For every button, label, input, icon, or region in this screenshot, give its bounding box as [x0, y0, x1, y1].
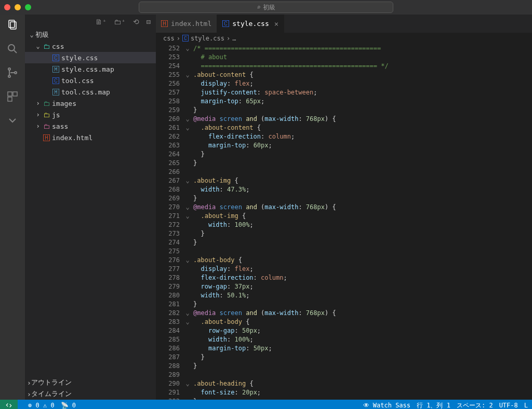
refresh-icon[interactable]: ⟲	[133, 18, 139, 26]
folder-images[interactable]: ›🗀images	[25, 98, 156, 109]
code-line[interactable]: flex-direction: column;	[193, 132, 532, 141]
file-tool-css-map[interactable]: 🄼tool.css.map	[25, 86, 156, 98]
fold-toggle[interactable]: ⌄	[184, 176, 193, 185]
code-line[interactable]: }	[193, 238, 532, 247]
code-line[interactable]: .about-body {	[193, 256, 532, 265]
code-line[interactable]: margin-top: 65px;	[193, 97, 532, 106]
search-activity-icon[interactable]	[6, 43, 19, 57]
html-file-icon: 🄷	[161, 20, 168, 28]
status-encoding[interactable]: UTF-8	[499, 402, 518, 409]
source-control-icon[interactable]	[6, 66, 19, 81]
code-line[interactable]: font-size: 20px;	[193, 388, 532, 397]
tab-index-html[interactable]: 🄷 index.html	[156, 15, 217, 33]
close-icon[interactable]: ×	[274, 20, 278, 28]
new-file-icon[interactable]: 🗎⁺	[95, 18, 107, 26]
file-style-css[interactable]: 🄲style.css	[25, 52, 156, 63]
status-problems[interactable]: ⊗ 0 ⚠ 0	[28, 402, 55, 409]
status-ports[interactable]: 📡 0	[61, 402, 76, 409]
status-lang[interactable]: L	[524, 402, 528, 409]
code-line[interactable]: flex-direction: column;	[193, 274, 532, 282]
code-line[interactable]: width: 47.3%;	[193, 185, 532, 194]
code-line[interactable]: margin-top: 50px;	[193, 344, 532, 353]
chevron-down-icon[interactable]	[6, 114, 19, 129]
outline-panel[interactable]: ›アウトライン	[25, 377, 156, 388]
extensions-icon[interactable]	[6, 90, 19, 105]
tree-root[interactable]: ⌄初級	[25, 29, 156, 40]
code-line[interactable]: row-gap: 50px;	[193, 326, 532, 335]
code-line[interactable]	[193, 247, 532, 256]
fold-toggle[interactable]: ⌄	[184, 309, 193, 318]
folder-css[interactable]: ⌄🗀css	[25, 40, 156, 52]
tab-style-css[interactable]: 🄲 style.css ×	[217, 15, 284, 33]
status-watch-sass[interactable]: 👁 Watch Sass	[363, 402, 410, 409]
code-line[interactable]: margin-top: 60px;	[193, 141, 532, 150]
file-style-css-map[interactable]: 🄼style.css.map	[25, 63, 156, 75]
line-number: 291	[156, 388, 180, 397]
window-close-icon[interactable]	[4, 4, 10, 10]
code-line[interactable]: }	[193, 194, 532, 203]
code-line[interactable]: ========================================…	[193, 62, 532, 71]
file-index-html[interactable]: 🄷index.html	[25, 132, 156, 143]
line-number: 272	[156, 221, 180, 229]
fold-toggle	[184, 291, 193, 300]
status-spaces[interactable]: スペース: 2	[457, 401, 493, 410]
code-line[interactable]: .about-content {	[193, 71, 532, 79]
folder-sass[interactable]: ›🗀sass	[25, 120, 156, 132]
code-line[interactable]: .about-heading {	[193, 379, 532, 388]
fold-toggle[interactable]: ⌄	[184, 44, 193, 53]
code-line[interactable]: }	[193, 229, 532, 238]
code-line[interactable]: # about	[193, 53, 532, 62]
line-number: 255	[156, 71, 180, 79]
code-line[interactable]: width: 100%;	[193, 335, 532, 344]
line-number: 254	[156, 62, 180, 71]
code-line[interactable]: display: flex;	[193, 265, 532, 274]
code-line[interactable]: justify-content: space-between;	[193, 88, 532, 97]
code-line[interactable]	[193, 168, 532, 176]
code-line[interactable]: }	[193, 159, 532, 168]
fold-toggle[interactable]: ⌄	[184, 379, 193, 388]
window-minimize-icon[interactable]	[15, 4, 21, 10]
code-line[interactable]: @media screen and (max-width: 768px) {	[193, 203, 532, 212]
code-line[interactable]: .about-body {	[193, 318, 532, 326]
code-line[interactable]: }	[193, 362, 532, 371]
breadcrumb[interactable]: css › 🄲 style.css › …	[156, 33, 532, 44]
window-maximize-icon[interactable]	[25, 4, 31, 10]
code-line[interactable]: .about-content {	[193, 124, 532, 132]
fold-toggle[interactable]: ⌄	[184, 256, 193, 265]
status-bar: ⊗ 0 ⚠ 0 📡 0 👁 Watch Sass 行 1、列 1 スペース: 2…	[0, 400, 532, 409]
command-center-search[interactable]: ⌕ 初級	[139, 2, 393, 13]
code-line[interactable]: row-gap: 37px;	[193, 282, 532, 291]
code-editor[interactable]: 2522532542552562572582592602612622632642…	[156, 44, 532, 400]
status-ln-col[interactable]: 行 1、列 1	[417, 401, 450, 410]
fold-toggle[interactable]: ⌄	[184, 71, 193, 79]
explorer-icon[interactable]	[6, 19, 19, 33]
code-line[interactable]: @media screen and (max-width: 768px) {	[193, 115, 532, 124]
folder-js[interactable]: ›🗀js	[25, 109, 156, 120]
fold-toggle[interactable]: ⌄	[184, 318, 193, 326]
code-line[interactable]: /* =====================================…	[193, 44, 532, 53]
code-line[interactable]: }	[193, 150, 532, 159]
line-number: 267	[156, 176, 180, 185]
code-line[interactable]: }	[193, 353, 532, 362]
remote-icon[interactable]	[0, 400, 18, 409]
timeline-panel[interactable]: ›タイムライン	[25, 388, 156, 400]
fold-toggle[interactable]: ⌄	[184, 124, 193, 132]
collapse-icon[interactable]: ⊟	[147, 18, 151, 26]
fold-toggle[interactable]: ⌄	[184, 212, 193, 221]
code-line[interactable]: }	[193, 397, 532, 400]
fold-toggle[interactable]: ⌄	[184, 203, 193, 212]
code-line[interactable]: }	[193, 106, 532, 115]
code-line[interactable]	[193, 371, 532, 379]
code-line[interactable]: }	[193, 300, 532, 309]
code-line[interactable]: width: 50.1%;	[193, 291, 532, 300]
code-line[interactable]: .about-img {	[193, 212, 532, 221]
code-line[interactable]: width: 100%;	[193, 221, 532, 229]
code-line[interactable]: @media screen and (max-width: 768px) {	[193, 309, 532, 318]
search-placeholder: 初級	[263, 3, 275, 12]
code-line[interactable]: display: flex;	[193, 79, 532, 88]
new-folder-icon[interactable]: 🗀⁺	[114, 18, 125, 26]
file-tool-css[interactable]: 🄲tool.css	[25, 75, 156, 86]
fold-toggle[interactable]: ⌄	[184, 115, 193, 124]
svg-point-4	[8, 68, 10, 70]
code-line[interactable]: .about-img {	[193, 176, 532, 185]
